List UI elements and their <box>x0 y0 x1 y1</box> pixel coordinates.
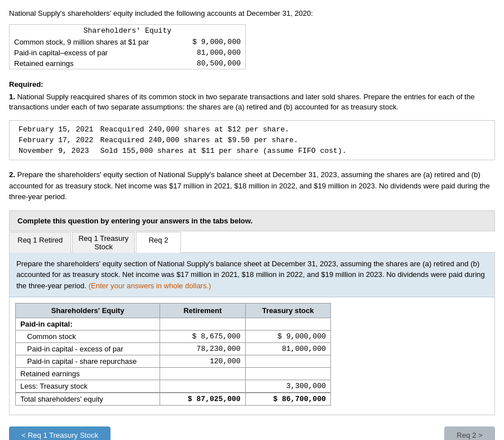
col-header-treasury: Treasury stock <box>245 303 330 318</box>
equity-table-header-row: Shareholders' Equity <box>10 25 245 37</box>
less-treasury-retirement-input[interactable] <box>165 382 240 390</box>
retained-earnings-treasury-input[interactable] <box>250 369 326 378</box>
answer-table: Shareholders' Equity Retirement Treasury… <box>15 303 331 406</box>
retained-earnings-treasury[interactable] <box>245 368 330 380</box>
col-header-label: Shareholders' Equity <box>16 303 160 318</box>
common-stock-label: Common stock <box>16 331 160 343</box>
trans-date-2: February 17, 2022 <box>15 135 97 146</box>
trans-desc-3: Sold 155,000 shares at $11 per share (as… <box>97 146 350 156</box>
equity-row-3: Retained earnings 80,500,000 <box>10 58 245 69</box>
q2-number: 2. <box>9 170 15 179</box>
paid-in-excess-row: Paid-in capital - excess of par <box>16 343 331 355</box>
total-equity-treasury-input[interactable] <box>250 395 326 403</box>
paid-in-share-retirement[interactable] <box>160 355 245 368</box>
paid-in-excess-treasury[interactable] <box>245 343 330 355</box>
tab-description: Prepare the shareholders' equity section… <box>10 253 494 298</box>
paid-in-excess-treasury-input[interactable] <box>250 345 326 353</box>
less-treasury-treasury[interactable] <box>245 380 330 393</box>
equity-value-1: $ 9,000,000 <box>178 37 245 47</box>
paid-in-excess-label: Paid-in capital - excess of par <box>16 343 160 355</box>
tab-req1treasury[interactable]: Req 1 TreasuryStock <box>72 232 135 253</box>
back-button[interactable]: < Req 1 Treasury Stock <box>9 426 110 440</box>
tab-req2[interactable]: Req 2 <box>136 232 181 253</box>
common-stock-retirement-input[interactable] <box>165 332 240 341</box>
required-label: Required: <box>9 80 495 89</box>
trans-date-3: November 9, 2023 <box>15 146 97 156</box>
equity-table-box: Shareholders' Equity Common stock, 9 mil… <box>9 24 246 69</box>
section-label-row: Paid-in capital: <box>16 318 331 331</box>
total-equity-treasury[interactable] <box>245 393 330 406</box>
next-button-label: Req 2 > <box>457 431 483 439</box>
total-equity-label: Total shareholders' equity <box>16 393 160 406</box>
transaction-row-2: February 17, 2022 Reacquired 240,000 sha… <box>15 135 350 146</box>
paid-in-share-treasury-input[interactable] <box>250 357 326 366</box>
intro-text: National Supply's shareholders' equity i… <box>9 9 495 17</box>
paid-in-share-retirement-input[interactable] <box>165 357 240 366</box>
less-treasury-label: Less: Treasury stock <box>16 380 160 393</box>
total-equity-row: Total shareholders' equity <box>16 393 331 406</box>
equity-row-2: Paid-in capital–excess of par 81,000,000 <box>10 47 245 58</box>
answer-table-wrapper: Shareholders' Equity Retirement Treasury… <box>10 297 494 415</box>
equity-value-2: 81,000,000 <box>178 47 245 58</box>
tab-req1retired-label: Req 1 Retired <box>17 236 63 244</box>
transaction-row-1: February 15, 2021 Reacquired 240,000 sha… <box>15 124 350 135</box>
trans-desc-2: Reacquired 240,000 shares at $9.50 per s… <box>97 135 350 146</box>
equity-table-header: Shareholders' Equity <box>10 25 245 37</box>
retained-earnings-label: Retained earnings <box>16 368 160 380</box>
common-stock-treasury-input[interactable] <box>250 332 326 341</box>
paid-in-capital-retirement-blank <box>160 318 245 331</box>
paid-in-excess-retirement[interactable] <box>160 343 245 355</box>
equity-label-1: Common stock, 9 million shares at $1 par <box>10 37 178 47</box>
less-treasury-treasury-input[interactable] <box>250 382 326 390</box>
main-content-area: Prepare the shareholders' equity section… <box>9 253 495 416</box>
instruction-text: Complete this question by entering your … <box>17 217 253 225</box>
retained-earnings-row: Retained earnings <box>16 368 331 380</box>
paid-in-capital-treasury-blank <box>245 318 330 331</box>
trans-desc-1: Reacquired 240,000 shares at $12 per sha… <box>97 124 350 135</box>
back-button-label: < Req 1 Treasury Stock <box>21 431 98 439</box>
tab-req2-label: Req 2 <box>149 236 169 244</box>
common-stock-row: Common stock <box>16 331 331 343</box>
paid-in-share-repurchase-row: Paid-in capital - share repurchase <box>16 355 331 368</box>
retained-earnings-retirement[interactable] <box>160 368 245 380</box>
next-button[interactable]: Req 2 > <box>444 426 495 440</box>
equity-label-3: Retained earnings <box>10 58 178 69</box>
q1-number: 1. <box>9 93 15 101</box>
required-section: Required: 1. National Supply reacquired … <box>9 80 495 112</box>
tabs-row: Req 1 Retired Req 1 TreasuryStock Req 2 <box>9 231 495 253</box>
trans-date-1: February 15, 2021 <box>15 124 97 135</box>
common-stock-treasury[interactable] <box>245 331 330 343</box>
answer-table-header-row: Shareholders' Equity Retirement Treasury… <box>16 303 331 318</box>
col-header-retirement: Retirement <box>160 303 245 318</box>
intro-text-content: National Supply's shareholders' equity i… <box>9 9 313 17</box>
transactions-box: February 15, 2021 Reacquired 240,000 sha… <box>9 120 495 160</box>
q2-text: 2. Prepare the shareholders' equity sect… <box>9 169 495 203</box>
common-stock-retirement[interactable] <box>160 331 245 343</box>
tab-desc-main: Prepare the shareholders' equity section… <box>16 259 485 290</box>
equity-label-2: Paid-in capital–excess of par <box>10 47 178 58</box>
less-treasury-row: Less: Treasury stock <box>16 380 331 393</box>
tab-req1retired[interactable]: Req 1 Retired <box>9 232 71 253</box>
retained-earnings-retirement-input[interactable] <box>165 369 240 378</box>
paid-in-capital-section-label: Paid-in capital: <box>16 318 160 331</box>
paid-in-excess-retirement-input[interactable] <box>165 345 240 353</box>
less-treasury-retirement[interactable] <box>160 380 245 393</box>
transaction-row-3: November 9, 2023 Sold 155,000 shares at … <box>15 146 350 156</box>
total-equity-retirement[interactable] <box>160 393 245 406</box>
equity-row-1: Common stock, 9 million shares at $1 par… <box>10 37 245 47</box>
instruction-box: Complete this question by entering your … <box>9 210 495 231</box>
equity-value-3: 80,500,000 <box>178 58 245 69</box>
paid-in-share-repurchase-label: Paid-in capital - share repurchase <box>16 355 160 368</box>
total-equity-retirement-input[interactable] <box>165 395 240 403</box>
paid-in-share-treasury[interactable] <box>245 355 330 368</box>
tab-desc-note: (Enter your answers in whole dollars.) <box>89 281 211 290</box>
bottom-nav: < Req 1 Treasury Stock Req 2 > <box>9 426 495 440</box>
tab-req1treasury-label: Req 1 TreasuryStock <box>78 234 129 251</box>
q1-text: 1. National Supply reacquired shares of … <box>9 92 495 112</box>
